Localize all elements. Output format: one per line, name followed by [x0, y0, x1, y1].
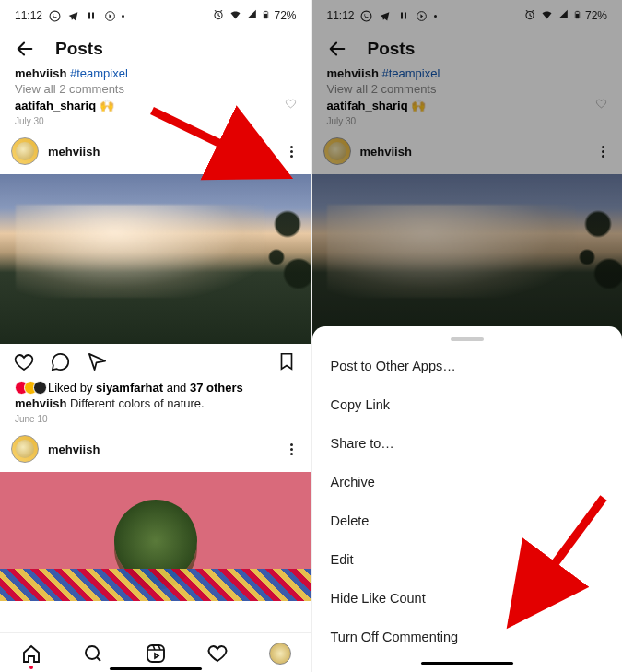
commenter-username[interactable]: aatifah_shariq: [15, 99, 96, 112]
comment-icon[interactable]: [50, 351, 72, 373]
like-icon[interactable]: [13, 351, 35, 373]
likes-row[interactable]: Liked by siyamfarhat and 37 others: [0, 381, 311, 395]
comment-emoji: 🙌: [100, 99, 114, 112]
nav-handle: [421, 662, 513, 665]
nav-reels-icon[interactable]: [145, 643, 167, 665]
liked-by-middle: and: [167, 381, 187, 395]
sheet-turn-off-commenting[interactable]: Turn Off Commenting: [312, 618, 623, 656]
sheet-copy-link[interactable]: Copy Link: [312, 385, 623, 424]
post-header: mehviish: [0, 426, 311, 472]
post-image[interactable]: [0, 472, 311, 601]
liker-avatars: [15, 381, 42, 395]
back-icon[interactable]: [15, 39, 35, 59]
sheet-share-to[interactable]: Share to…: [312, 424, 623, 463]
more-options-icon[interactable]: [284, 140, 300, 163]
more-options-icon[interactable]: [284, 438, 300, 461]
post-header: mehviish: [0, 128, 311, 174]
status-time: 11:12: [15, 9, 42, 22]
share-icon[interactable]: [87, 351, 109, 373]
status-battery-text: 72%: [274, 9, 296, 22]
post-date: June 10: [0, 412, 311, 426]
signal-icon: [246, 8, 258, 23]
circle-arrow-icon: [103, 9, 116, 22]
post-image[interactable]: [0, 174, 311, 344]
nav-home-icon[interactable]: [20, 643, 42, 665]
feed[interactable]: mehviish #teampixel View all 2 comments …: [0, 66, 311, 632]
sheet-archive[interactable]: Archive: [312, 463, 623, 501]
battery-icon: [262, 8, 270, 24]
liked-by-user: siyamfarhat: [96, 381, 163, 395]
status-dot: [122, 15, 124, 18]
caption-username[interactable]: mehviish: [15, 66, 66, 80]
comment-row: aatifah_shariq 🙌: [0, 98, 311, 112]
screen-right: 11:12 72% Posts mehviish #teampixel View…: [311, 0, 623, 672]
sheet-hide-like-count[interactable]: Hide Like Count: [312, 579, 623, 618]
wifi-icon: [229, 7, 242, 24]
bookmark-icon[interactable]: [276, 351, 299, 373]
whatsapp-icon: [48, 9, 61, 22]
sheet-post-other-apps[interactable]: Post to Other Apps…: [312, 347, 623, 385]
like-comment-icon[interactable]: [285, 98, 297, 112]
post-caption: mehviish #teampixel: [0, 66, 311, 80]
nav-handle: [110, 667, 202, 670]
post-actions: [0, 344, 311, 381]
nav-search-icon[interactable]: [82, 643, 104, 665]
page-title: Posts: [55, 39, 103, 59]
post-caption: mehviish Different colors of nature.: [0, 396, 311, 410]
avatar[interactable]: [11, 435, 39, 463]
caption-text: Different colors of nature.: [70, 396, 205, 410]
sheet-edit[interactable]: Edit: [312, 540, 623, 579]
svg-point-0: [50, 11, 60, 21]
hashtag[interactable]: #teampixel: [70, 66, 128, 80]
options-sheet: Post to Other Apps… Copy Link Share to… …: [312, 326, 623, 672]
svg-rect-6: [264, 13, 267, 17]
post-username[interactable]: mehviish: [48, 145, 100, 159]
bottom-nav: [0, 632, 311, 672]
header: Posts: [0, 28, 311, 66]
pause-icon: [85, 9, 98, 22]
status-bar: 11:12 72%: [0, 0, 311, 28]
svg-rect-2: [92, 13, 94, 19]
liked-by-prefix: Liked by: [48, 381, 92, 395]
telegram-icon: [66, 9, 79, 22]
svg-rect-1: [88, 13, 90, 19]
alarm-icon: [212, 8, 225, 24]
screen-left: 11:12 72% Posts mehviish #teampixel View…: [0, 0, 311, 672]
post-date: July 30: [0, 114, 311, 128]
post-username[interactable]: mehviish: [48, 442, 100, 456]
svg-point-8: [86, 646, 99, 659]
caption-username[interactable]: mehviish: [15, 396, 66, 410]
sheet-grabber[interactable]: [451, 337, 484, 341]
sheet-delete[interactable]: Delete: [312, 501, 623, 540]
avatar[interactable]: [11, 137, 39, 165]
view-comments-link[interactable]: View all 2 comments: [0, 80, 311, 98]
liked-by-count: 37 others: [190, 381, 243, 395]
svg-rect-7: [265, 10, 267, 11]
nav-profile-icon[interactable]: [269, 643, 291, 665]
nav-activity-icon[interactable]: [206, 643, 229, 665]
